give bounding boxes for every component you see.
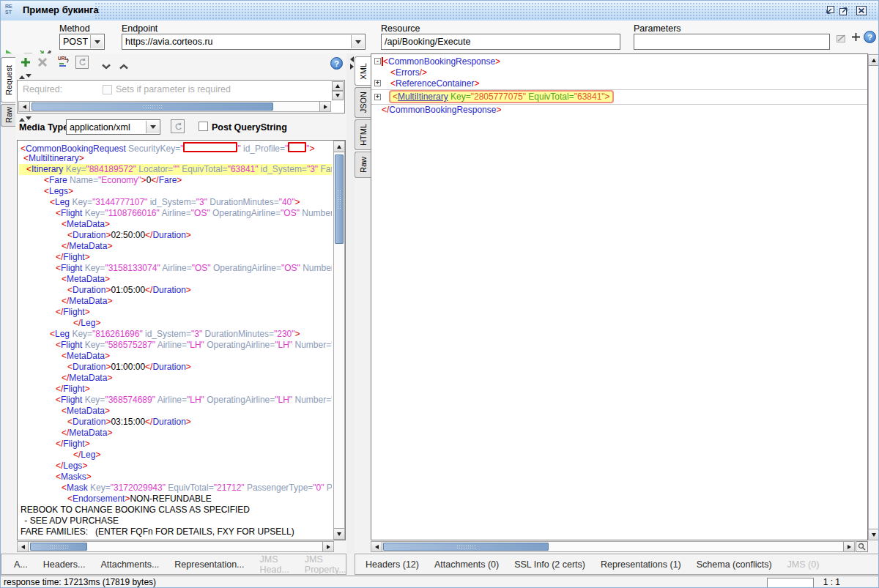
tree-row[interactable]: </CommonBookingResponse> [371,105,867,116]
param-hscroll-thumb[interactable] [31,103,273,111]
xml-token: "LH" [275,340,292,350]
xml-token: Duration [152,230,185,240]
tab-request-headers[interactable]: Headers... [43,559,86,570]
tab-response-raw[interactable]: Raw [355,152,371,178]
xml-token: </ [56,252,63,262]
xml-token: OperatingAirline= [204,340,275,350]
param-scroll-down-icon[interactable] [332,91,344,100]
add-body-icon[interactable] [20,56,31,71]
help-icon[interactable]: ? [864,31,876,43]
xml-token: EquivTotal= [526,92,574,102]
resource-input[interactable]: /api/Booking/Execute [381,34,620,50]
response-hscroll-right-icon[interactable] [843,542,854,551]
tab-request-raw[interactable]: Raw [1,104,15,127]
tab-request-a[interactable]: A... [14,559,28,570]
collapse-up-icon[interactable] [119,59,128,72]
response-xml-tree[interactable]: <CommonBookingResponse>-<Errors/><Refere… [371,53,868,540]
request-hscroll-right-icon[interactable] [322,542,333,551]
request-hscroll-left-icon[interactable] [18,542,29,551]
expand-node-icon[interactable]: + [374,94,381,100]
response-time-status: response time: 17213ms (17819 bytes) [4,577,156,587]
tab-response-json[interactable]: JSON [355,87,371,118]
xml-token: </ [145,417,152,427]
tree-row[interactable]: <Errors/> [371,67,867,78]
tree-row[interactable]: <ReferenceContainer>+ [371,78,867,89]
xml-token: Flight [61,208,82,218]
method-label: Method [59,23,90,34]
tab-response-headers[interactable]: Headers (12) [366,559,419,570]
param-scroll-up-icon[interactable] [332,81,344,91]
response-hscrollbar[interactable] [371,541,855,552]
response-hscroll-thumb[interactable] [383,543,549,551]
xml-token: "OS" [281,208,300,218]
request-body-editor[interactable]: <CommonBookingRequest SecurityKey="" id_… [17,140,346,540]
collapse-down-icon[interactable] [102,59,111,72]
xml-token: Key= [82,395,105,405]
endpoint-value: https://avia.corteos.ru [125,37,213,47]
splitter-left-icon[interactable] [347,56,354,62]
expand-node-icon[interactable]: + [374,80,381,86]
endpoint-dropdown-icon[interactable] [351,35,364,48]
xml-token: Legs [49,186,68,196]
required-checkbox [103,85,112,94]
method-dropdown-icon[interactable] [90,35,103,48]
method-select[interactable]: POST [59,34,105,50]
close-window-icon[interactable] [856,5,868,16]
tab-response-schema[interactable]: Schema (conflicts) [697,559,772,570]
float-window-icon[interactable] [823,5,836,16]
reformat-media-icon[interactable] [171,119,185,133]
xml-token: Airline= [155,340,187,350]
response-panel: <CommonBookingResponse>-<Errors/><Refere… [371,53,879,554]
request-hscrollbar[interactable] [17,541,334,552]
tab-request-representation[interactable]: Representation... [174,559,244,570]
param-hscroll-left-icon[interactable] [19,102,30,111]
parameters-input[interactable] [634,34,830,50]
status-input[interactable] [767,578,814,588]
tab-response-xml[interactable]: XML [355,56,371,86]
request-vscroll-down-icon[interactable] [334,528,344,539]
maximize-window-icon[interactable] [838,5,850,16]
param-hscrollbar[interactable] [18,101,331,112]
xml-token: > [605,92,610,102]
response-hscroll-left-icon[interactable] [371,542,382,551]
xml-line: <Itinerary Key="884189572" Locator="" Eq… [19,164,332,175]
xml-line: <Endorsement>NON-REFUNDABLE [19,494,332,505]
xml-line: <Flight Key="1108766016" Airline="OS" Op… [19,208,332,219]
request-vscroll-up-icon[interactable] [334,141,344,152]
magnifier-icon[interactable] [856,541,868,552]
xml-token: < [23,153,29,163]
tree-row[interactable]: <MultiItinerary Key="2805777075" EquivTo… [371,89,867,105]
request-help-icon[interactable]: ? [330,57,343,70]
tab-request[interactable]: Request [1,57,15,103]
xml-token: "" [173,164,179,174]
endpoint-combobox[interactable]: https://avia.corteos.ru [122,34,366,50]
panel-splitter[interactable] [346,53,355,554]
tab-response-ssl-info[interactable]: SSL Info (2 certs) [514,559,585,570]
tab-response-representations[interactable]: Representations (1) [601,559,681,570]
response-vscroll-down-icon[interactable] [869,529,879,540]
response-vscroll-up-icon[interactable] [869,55,879,66]
request-vscroll-thumb[interactable] [335,155,344,244]
post-querystring-checkbox[interactable] [199,122,208,131]
tab-request-attachments[interactable]: Attachments... [100,559,159,570]
request-vscrollbar[interactable] [333,141,345,540]
xml-line: <MetaData> [19,274,332,285]
xml-token: "4814" [331,340,332,350]
format-body-icon[interactable] [75,56,89,69]
selected-tree-node[interactable]: <MultiItinerary Key="2805777075" EquivTo… [389,90,614,103]
xml-token: Duration [152,417,185,427]
param-hscroll-right-icon[interactable] [319,102,330,111]
media-type-select[interactable]: application/xml [66,119,160,135]
request-hscroll-thumb[interactable] [30,543,87,551]
tab-response-html[interactable]: HTML [355,119,371,150]
tree-row[interactable]: <CommonBookingResponse>- [371,56,867,67]
add-parameter-icon[interactable] [850,31,861,45]
media-type-dropdown-icon[interactable] [146,121,159,133]
response-vscrollbar[interactable] [868,54,879,540]
tab-response-attachments[interactable]: Attachments (0) [434,559,499,570]
xml-token: > [186,362,191,372]
title-bar[interactable]: RE ST Пример букинга [1,1,878,21]
collapse-node-icon[interactable]: - [374,58,381,64]
xml-token: id_System= [147,197,196,207]
xml-token: 03:15:00 [111,417,145,427]
